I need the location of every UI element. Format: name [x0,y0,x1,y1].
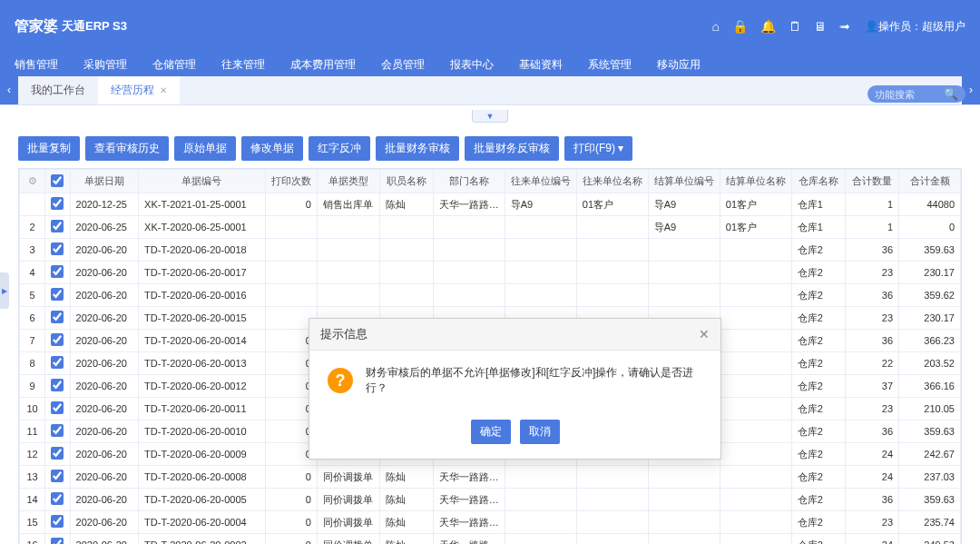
menu-purchase[interactable]: 采购管理 [83,57,127,73]
operator-label: 👤操作员：超级用户 [865,19,965,35]
expand-toggle[interactable]: ▼ [472,110,508,123]
col-date[interactable]: 单据日期 [70,170,139,193]
gear-icon[interactable]: ⚙ [28,175,37,186]
table-row[interactable]: 132020-06-20TD-T-2020-06-20-00080同价调拨单陈灿… [20,466,961,489]
row-checkbox[interactable] [51,333,64,346]
batch-fin-audit-button[interactable]: 批量财务审核 [376,136,459,161]
table-row[interactable]: 22020-06-25XK-T-2020-06-25-0001导A901客户仓库… [20,216,961,239]
table-row[interactable]: 152020-06-20TD-T-2020-06-20-00040同价调拨单陈灿… [20,511,961,534]
tab-bar: ‹ 我的工作台 经营历程✕ › [0,76,980,105]
modal-message: 财务审核后的单据不允许[单据修改]和[红字反冲]操作，请确认是否进行？ [366,365,702,396]
menu-basedata[interactable]: 基础资料 [519,57,563,73]
menu-system[interactable]: 系统管理 [588,57,632,73]
app-logo: 管家婆 天通ERP S3 [15,17,127,36]
calc-icon[interactable]: 🖥 [814,19,827,34]
tab-workbench[interactable]: 我的工作台 [18,76,98,104]
bell-icon[interactable]: 🔔 [760,19,776,34]
col-emp[interactable]: 职员名称 [380,170,434,193]
exit-icon[interactable]: ➟ [839,19,850,34]
close-icon[interactable]: ✕ [160,85,167,95]
row-checkbox[interactable] [51,311,64,323]
col-store[interactable]: 仓库名称 [791,170,845,193]
note-icon[interactable]: 🗒 [789,19,801,34]
menu-member[interactable]: 会员管理 [381,57,425,73]
row-checkbox[interactable] [51,288,64,301]
row-checkbox[interactable] [51,492,64,505]
home-icon[interactable]: ⌂ [712,19,720,34]
confirm-modal: 提示信息 ✕ ? 财务审核后的单据不允许[单据修改]和[红字反冲]操作，请确认是… [309,318,721,460]
row-checkbox[interactable] [51,538,64,544]
col-unitname[interactable]: 往来单位名称 [576,170,648,193]
menu-mobile[interactable]: 移动应用 [657,57,701,73]
col-dept[interactable]: 部门名称 [433,170,505,193]
toolbar: 批量复制 查看审核历史 原始单据 修改单据 红字反冲 批量财务审核 批量财务反审… [18,136,962,161]
table-row[interactable]: 2020-12-25XK-T-2021-01-25-00010销售出库单陈灿天华… [20,193,961,216]
question-icon: ? [328,368,353,393]
select-all-checkbox[interactable] [51,174,64,187]
row-checkbox[interactable] [51,242,64,255]
table-row[interactable]: 52020-06-20TD-T-2020-06-20-0016仓库236359.… [20,284,961,307]
modal-cancel-button[interactable]: 取消 [520,420,560,444]
row-checkbox[interactable] [51,401,64,414]
col-code[interactable]: 单据编号 [139,170,266,193]
modify-bill-button[interactable]: 修改单据 [241,136,303,161]
row-checkbox[interactable] [51,197,64,210]
lock-icon[interactable]: 🔒 [732,19,748,34]
modal-close-button[interactable]: ✕ [699,327,710,341]
app-header: 管家婆 天通ERP S3 ⌂ 🔒 🔔 🗒 🖥 ➟ 👤操作员：超级用户 [0,0,980,53]
menu-report[interactable]: 报表中心 [450,57,494,73]
tab-history[interactable]: 经营历程✕ [98,74,180,104]
menu-warehouse[interactable]: 仓储管理 [152,57,196,73]
row-checkbox[interactable] [51,470,64,482]
print-button[interactable]: 打印(F9) [564,136,632,161]
view-audit-history-button[interactable]: 查看审核历史 [85,136,169,161]
row-checkbox[interactable] [51,424,64,437]
col-type[interactable]: 单据类型 [317,170,379,193]
row-checkbox[interactable] [51,515,64,528]
row-checkbox[interactable] [51,447,64,460]
tab-scroll-left[interactable]: ‹ [0,75,18,104]
col-settname[interactable]: 结算单位名称 [720,170,791,193]
col-unitcode[interactable]: 往来单位编号 [505,170,576,193]
header-icons: ⌂ 🔒 🔔 🗒 🖥 ➟ [712,19,850,34]
row-checkbox[interactable] [51,265,64,278]
col-settcode[interactable]: 结算单位编号 [648,170,720,193]
modal-ok-button[interactable]: 确定 [471,420,511,444]
batch-fin-unaudit-button[interactable]: 批量财务反审核 [465,136,559,161]
search-input[interactable] [875,89,938,100]
panel-expander: ▼ [0,105,980,127]
table-row[interactable]: 142020-06-20TD-T-2020-06-20-00050同价调拨单陈灿… [20,489,961,511]
table-row[interactable]: 42020-06-20TD-T-2020-06-20-0017仓库223230.… [20,262,961,284]
col-prints[interactable]: 打印次数 [265,170,317,193]
main-menu: 销售管理 采购管理 仓储管理 往来管理 成本费用管理 会员管理 报表中心 基础资… [0,53,980,76]
table-row[interactable]: 32020-06-20TD-T-2020-06-20-0018仓库236359.… [20,239,961,262]
table-row[interactable]: 162020-06-20TD-T-2020-06-20-00020同价调拨单陈灿… [20,534,961,545]
menu-ar[interactable]: 往来管理 [221,57,265,73]
menu-cost[interactable]: 成本费用管理 [290,57,356,73]
menu-sales[interactable]: 销售管理 [15,57,58,73]
function-search[interactable]: 🔍 [867,85,965,103]
batch-copy-button[interactable]: 批量复制 [18,136,80,161]
original-bill-button[interactable]: 原始单据 [174,136,236,161]
red-flush-button[interactable]: 红字反冲 [309,136,370,161]
modal-title: 提示信息 [320,326,368,342]
col-amt[interactable]: 合计金额 [899,170,961,193]
row-checkbox[interactable] [51,220,64,232]
search-icon[interactable]: 🔍 [944,87,958,101]
row-checkbox[interactable] [51,356,64,369]
row-checkbox[interactable] [51,379,64,391]
col-qty[interactable]: 合计数量 [845,170,899,193]
